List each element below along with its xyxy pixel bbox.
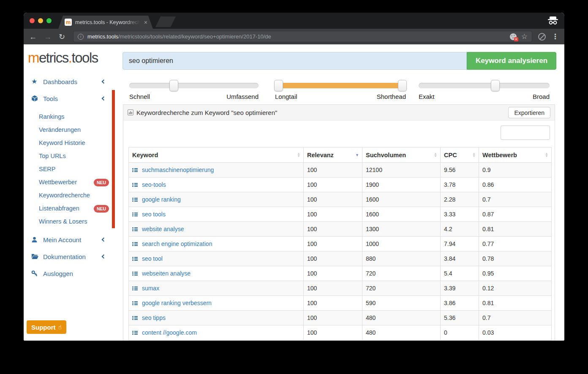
bar-chart-icon [128,109,133,115]
slider-label-left: Exakt [419,93,435,100]
results-panel: Keywordrecherche zum Keyword "seo optimi… [123,104,555,341]
folder-open-icon [31,254,39,259]
tab-favicon: m [65,19,72,26]
cookie-blocked-icon[interactable] [510,33,517,40]
chevron-left-icon [102,238,106,242]
cpc-cell: 0 [441,325,479,340]
sidebar-subitem[interactable]: Wettbewerber NEU [24,176,121,189]
relevanz-cell: 100 [304,237,362,251]
keyword-link[interactable]: sumax [142,285,159,292]
slider-handle-right[interactable] [398,80,407,91]
support-button[interactable]: Support ☝ [27,320,66,334]
sidebar-item-dashboards[interactable]: ★ Dashboards [24,75,121,88]
keyword-link[interactable]: seo tool [142,255,163,262]
sidebar-subitem[interactable]: SERP [24,163,121,176]
keyword-link[interactable]: webseiten analyse [142,270,191,277]
wettbewerb-cell: 0.03 [479,325,552,340]
sidebar-subitem[interactable]: Veränderungen [24,123,121,136]
table-filter-input[interactable] [501,126,550,140]
cpc-cell: 3.33 [441,207,479,222]
keyword-table-body: suchmaschinenoptimierung 100 12100 9.56 … [129,163,552,340]
table-row: search engine optimization 100 1000 7.94… [129,237,552,251]
slider-handle-left[interactable] [274,80,283,91]
list-icon [132,183,138,187]
wettbewerb-cell: 0.77 [479,237,552,251]
analyze-keyword-button[interactable]: Keyword analysieren [467,52,556,70]
close-window-button[interactable] [30,18,35,23]
sidebar-subitem[interactable]: Listenabfragen NEU [24,202,121,215]
page-info-icon[interactable]: i [78,34,84,40]
column-header-wettbewerb[interactable]: Wettbewerb ▲▼ [479,147,552,163]
cpc-cell: 3.39 [441,281,479,296]
slider-handle[interactable] [491,80,500,91]
new-tab-button[interactable] [155,16,176,27]
reload-icon[interactable]: ↻ [59,33,65,41]
sidebar-item-documentation[interactable]: Dokumentation [24,250,121,263]
suchvolumen-cell: 480 [362,311,441,325]
neu-badge: NEU [94,179,109,186]
forward-icon: → [44,33,52,41]
sidebar-item-account[interactable]: Mein Account [24,233,121,246]
column-header-relevanz[interactable]: Relevanz ▼ [304,147,362,163]
keyword-link[interactable]: google ranking [142,196,181,203]
panel-title: Keywordrecherche zum Keyword "seo optimi… [136,109,277,116]
tab-close-icon[interactable]: × [144,19,147,26]
cpc-cell: 9.56 [441,163,479,177]
wettbewerb-cell: 0.7 [479,311,552,325]
export-button[interactable]: Exportieren [508,107,550,118]
slider-label-right: Umfassend [226,93,259,100]
sidebar-subitem[interactable]: Winners & Losers [24,215,121,228]
sort-icon: ▲▼ [545,153,548,158]
sidebar-item-logout[interactable]: Ausloggen [24,267,121,280]
slider-label-right: Shorthead [377,93,406,100]
logo[interactable]: metrics.tools [28,50,98,66]
browser-toolbar: ← → ↻ i metrics.tools /metricstools/tool… [24,29,564,44]
relevanz-cell: 100 [304,163,362,177]
browser-window: m metrics.tools - Keywordrecher × ← → ↻ … [24,13,564,341]
sidebar-item-tools[interactable]: Tools [24,92,121,105]
content-blocked-icon[interactable] [538,33,546,41]
sort-icon: ▲▼ [472,153,476,158]
sidebar-subitem[interactable]: Keyword Historie [24,136,121,150]
sidebar-subitem[interactable]: Keywordrecherche [24,189,121,202]
slider-track[interactable] [275,83,406,88]
slider-track[interactable] [129,83,259,88]
column-header-keyword[interactable]: Keyword ▲▼ [129,147,304,163]
table-row: suchmaschinenoptimierung 100 12100 9.56 … [129,163,552,177]
table-row: seo-tools 100 1900 3.78 0.86 [129,177,552,192]
sort-icon: ▲▼ [297,153,300,158]
back-icon[interactable]: ← [29,33,37,41]
relevanz-cell: 100 [304,177,362,192]
cpc-cell: 3.84 [441,251,479,266]
zoom-window-button[interactable] [46,18,52,23]
keyword-link[interactable]: content //google.com [142,329,197,336]
sidebar-subitem[interactable]: Rankings [24,110,121,123]
browser-menu-icon[interactable]: ⋮ [552,32,559,41]
cpc-cell: 5.4 [441,266,479,281]
wettbewerb-cell: 0.95 [479,266,552,281]
column-header-suchvolumen[interactable]: Suchvolumen ▲▼ [362,147,441,163]
table-row: seo tipps 100 480 5.36 0.7 [129,311,552,325]
keyword-link[interactable]: seo tipps [142,314,166,321]
bookmark-star-icon[interactable]: ☆ [521,33,528,40]
relevanz-cell: 100 [304,311,362,325]
slider-handle[interactable] [169,80,178,91]
slider-track[interactable] [419,83,550,88]
keyword-link[interactable]: google ranking verbessern [142,300,212,306]
cpc-cell: 2.28 [441,192,479,207]
table-row: google ranking 100 1600 2.28 0.7 [129,192,552,207]
tab-title: metrics.tools - Keywordrecher [75,19,142,25]
keyword-link[interactable]: search engine optimization [142,240,212,247]
keyword-link[interactable]: website analyse [142,226,184,232]
browser-tab[interactable]: m metrics.tools - Keywordrecher × [58,16,153,29]
column-header-cpc[interactable]: CPC ▲▼ [441,147,479,163]
sidebar-subitem[interactable]: Top URLs [24,150,121,163]
minimize-window-button[interactable] [38,18,43,23]
keyword-link[interactable]: seo tools [142,211,166,218]
keyword-link[interactable]: suchmaschinenoptimierung [142,167,214,173]
url-bar[interactable]: i metrics.tools /metricstools/tools/rela… [73,31,532,42]
keyword-link[interactable]: seo-tools [142,181,166,188]
suchvolumen-cell: 12100 [362,163,441,177]
wettbewerb-cell: 0.7 [479,192,552,207]
keyword-search-input[interactable] [122,52,467,70]
